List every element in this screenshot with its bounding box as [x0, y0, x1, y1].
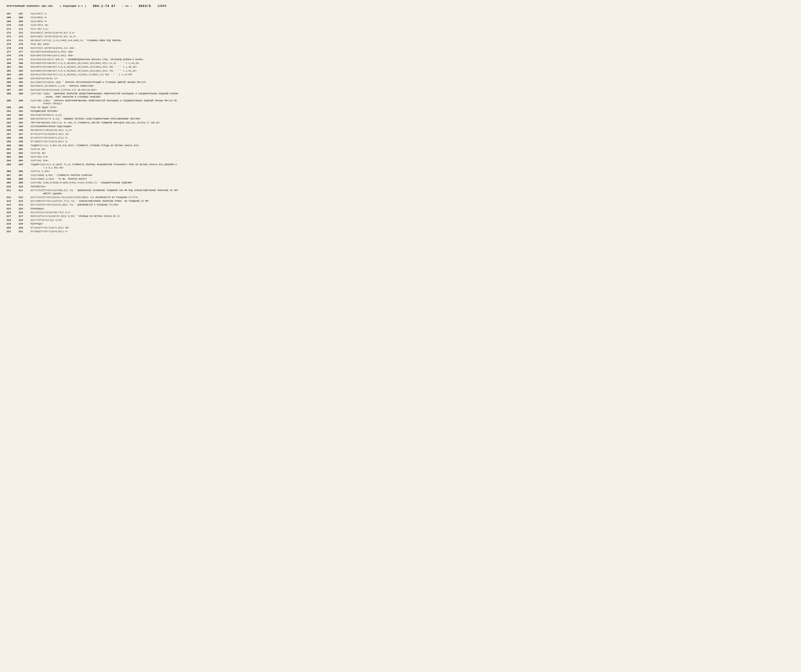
row-num2: 170: [19, 24, 31, 27]
row-text: E27=1691T27=42=1(A2=147,77)1 711 ' АСФАЛ…: [31, 199, 795, 203]
table-row: 187187E13=161T13=18=21(A1X1,1)(P1X1,1)1 …: [6, 88, 795, 92]
row-num2: 167: [19, 12, 31, 16]
row-text: C121=7071 18•: [31, 24, 795, 27]
row-text: E11=21T11=1=2(A2=38,74)1 5,2•: [31, 211, 795, 214]
table-row: 219219П2ОГРАДА•: [6, 222, 795, 226]
row-num2: 202: [19, 152, 31, 155]
row-num1: 220: [6, 226, 19, 230]
row-text: П2ПОДВЕСНОЙ ПОТОЛОК•: [31, 109, 795, 113]
row-num1: 183: [6, 73, 19, 76]
row-num1: 212: [6, 196, 19, 199]
content-table: 167167C121=6471 1•168168C121=6531 3•1691…: [6, 12, 795, 233]
row-text: C121=6931 5•: [31, 20, 795, 23]
row-num2: 198: [19, 136, 31, 140]
row-num1: 176: [6, 47, 19, 50]
table-row: 202202C147=81 38•: [6, 152, 795, 155]
row-text: ТСЦШП9=122(=1)1 0,19X41 71,21 СТОИМОСТЬ …: [31, 163, 795, 169]
row-num2: 168: [19, 16, 31, 19]
row-num2: 172: [19, 31, 31, 35]
table-row: 206206C147=11 2,4X4•: [6, 170, 795, 173]
row-num1: 167: [6, 12, 19, 16]
table-row: 216216E11=21T11=1=2(A2=38,74)1 5,2•: [6, 211, 795, 214]
table-row: 215215П2КРЫЛЬЦА•: [6, 207, 795, 211]
row-text: C147=291 12601 ' ЦИНКОВОЕ ПОКРЫТИЕ НЕОБЕ…: [31, 92, 795, 98]
row-text: E15=6671T15=168=51T,Ч,П,3,18(A3X1,25)(A4…: [31, 66, 795, 69]
row-text: ТСЦШП9=1(=1)1 0,661 84,3=0,82X2• СТОИМОС…: [31, 144, 795, 147]
row-num2: 189: [19, 99, 31, 103]
row-text: C147=81 38•: [31, 152, 795, 155]
row-text: P171 M21 5,2•: [31, 27, 795, 31]
table-row: 218218E11=771T11=11=111 5,32•: [6, 219, 795, 222]
row-num1: 215: [6, 207, 19, 211]
row-num1: 218: [6, 219, 19, 222]
row-text: C121=6471 1•: [31, 12, 795, 16]
table-row: 181181E15=6671T15=168=51T,Ч,П,3,18(A3X1,…: [6, 66, 795, 69]
edition-label: ( РЕДАКЦИЯ 6.1 ): [60, 5, 87, 8]
table-row: 194194ТПР=Т06=06442П,332(=1)1 41 526,71 …: [6, 121, 795, 124]
table-row: 189189C147=301 17061 ' ОКРАСКА НЕБЕТОНИР…: [6, 99, 795, 106]
table-row: 208208C121=19691 0,4421 ' ТО ЖЕ, ПОЛОТЕН…: [6, 177, 795, 181]
row-num2: 180: [19, 62, 31, 65]
row-num1: 174: [6, 39, 19, 42]
row-num2: 185: [19, 81, 31, 84]
row-text: E15=6631T15=168=31T,Ч,П,3,18(A3X1,25)(A4…: [31, 69, 795, 72]
row-num2: 204: [19, 159, 31, 162]
row-num1: 214: [6, 203, 19, 207]
num-label: 11043: [158, 5, 167, 8]
row-num2: 169: [19, 20, 31, 23]
row-num1: 186: [6, 84, 19, 88]
table-row: 213213E27=1691T27=42=1(A2=147,77)1 711 '…: [6, 199, 795, 203]
table-row: 203203C147=151 5,0•: [6, 155, 795, 159]
row-text: E7=3201T7=22=7(A2=0,65)1 2•: [31, 230, 795, 233]
row-text: E27=1721T27=42=2(A2=23,99)1 711 ' ДОБАВЛ…: [31, 203, 795, 207]
row-text: P181 МЗ ЗДАНI 1378•: [31, 106, 795, 109]
row-num1: 185: [6, 81, 19, 84]
table-row: 205205ТСЦШП9=122(=1)1 0,19X41 71,21 СТОИ…: [6, 163, 795, 169]
row-num2: 194: [19, 121, 31, 124]
table-row: 192192E34=3161T34=58=11 0,11•: [6, 114, 795, 117]
row-num2: 201: [19, 148, 31, 151]
row-num2: 176: [19, 47, 31, 50]
row-num2: 215: [19, 207, 31, 211]
table-row: 197197E7=3171T7=21=9(A2=3,16)1 16•: [6, 133, 795, 136]
row-num1: 216: [6, 211, 19, 214]
row-num2: 187: [19, 88, 31, 92]
row-text: E6=201T6=1=20(A2=29,39)1 11,5•: [31, 129, 795, 132]
table-row: 211211E27=1731T27=43=1(A2=208,6)1 711 ' …: [6, 189, 795, 195]
row-num1: 207: [6, 174, 19, 177]
table-row: 173173E19=2101T,15=52=3(A2=15,9)1 12,5•: [6, 35, 795, 38]
table-row: 214214E27=1721T27=42=2(A2=23,99)1 711 ' …: [6, 203, 795, 207]
table-row: 182182E15=6631T15=168=31T,Ч,П,3,18(A3X1,…: [6, 69, 795, 72]
table-row: 191191П2ПОДВЕСНОЙ ПОТОЛОК•: [6, 109, 795, 113]
row-num2: 195: [19, 125, 31, 128]
row-text: П2ОГРАДА•: [31, 222, 795, 226]
row-num2: 213: [19, 199, 31, 203]
dash-label: — 43 —: [122, 5, 132, 8]
row-num2: 184: [19, 77, 31, 80]
row-text: C147=11 65•: [31, 148, 795, 151]
row-num2: 203: [19, 155, 31, 159]
row-num1: 205: [6, 163, 19, 166]
row-num1: 191: [6, 109, 19, 113]
row-num2: 192: [19, 114, 31, 117]
row-num1: 209: [6, 181, 19, 185]
row-num2: 211: [19, 189, 31, 192]
row-text: C147=301 17061 ' ОКРАСКА НЕБЕТОНИРОВАННЫ…: [31, 99, 795, 106]
row-num2: 197: [19, 133, 31, 136]
table-row: 204204C147=241 194•: [6, 159, 795, 162]
table-row: 221221E7=3201T7=22=7(A2=0,65)1 2•: [6, 230, 795, 233]
table-row: 190190P181 МЗ ЗДАНI 1378•: [6, 106, 795, 109]
row-num1: 206: [6, 170, 19, 173]
row-num1: 210: [6, 185, 19, 188]
row-num1: 187: [6, 88, 19, 92]
table-row: 180180E15=6631T15=168=61T,Ч,П,3,18(A3X1,…: [6, 62, 795, 65]
row-text: E27=1741T27=43=2(A2=8,76)(A1X2)(P1X2)(ВП…: [31, 196, 795, 199]
table-row: 167167C121=6471 1•: [6, 12, 795, 16]
row-num2: 174: [19, 39, 31, 42]
table-row: 188188C147=291 12601 ' ЦИНКОВОЕ ПОКРЫТИЕ…: [6, 92, 795, 98]
table-row: 195195П2ТРАНСФОРМАТОРНАЯ ПОДСТАНЦИЯ•: [6, 125, 795, 128]
row-text: E15=2071T15=59=6(A2=2,05)1 460•: [31, 50, 795, 54]
row-text: E13=1341T13=16=71 833,51 ' ПОЛИМЕРЦЕМЕНТ…: [31, 58, 795, 61]
row-num1: 204: [6, 159, 19, 162]
row-num1: 200: [6, 144, 19, 147]
